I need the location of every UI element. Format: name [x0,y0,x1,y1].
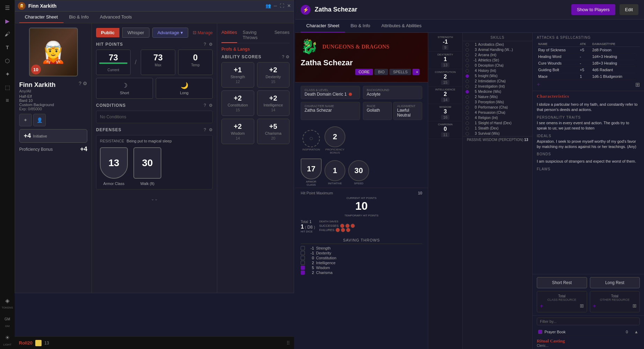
st-dex-checkbox[interactable] [301,251,305,255]
sidebar-icon-tokens[interactable]: ◈ [1,294,14,307]
defenses-help-icon[interactable]: ? [204,127,206,132]
sidebar-icon-shape[interactable]: ⬡ [1,54,14,67]
skill-value: 1 [470,121,477,125]
long-rest-btn[interactable]: 🌙 Long [156,78,213,99]
conditions-help-icon[interactable]: ? [204,103,206,108]
attack-name[interactable]: Cure Wounds [537,60,578,67]
sidebar-icon-light[interactable]: ☀ [1,331,14,344]
expand-more-icon[interactable]: ⌄⌄ [96,194,213,204]
add-class-resource-icon[interactable]: + [540,303,543,309]
advantage-button[interactable]: Advantage ▾ [152,28,188,38]
st-wis-checkbox[interactable] [301,266,305,270]
bio-btn-2[interactable]: 👤 [33,114,46,126]
titlebar-minimize-icon[interactable]: ─ [274,3,277,8]
str-score: 9 [442,45,448,50]
resize-handle[interactable]: ⠿ [286,340,290,346]
titlebar-expand-icon[interactable]: ⛶ [280,3,284,8]
skill-checkbox[interactable] [466,74,469,78]
skill-checkbox[interactable] [466,116,469,120]
tab-abilities[interactable]: Abilities [221,28,237,43]
show-to-players-button[interactable]: Show to Players [571,4,615,15]
skill-checkbox[interactable] [466,90,469,94]
skill-checkbox[interactable] [466,59,469,62]
titlebar-close-icon[interactable]: ✕ [287,3,291,8]
tab-bio-info[interactable]: Bio & Info [64,12,94,23]
st-cha-checkbox[interactable] [301,270,305,275]
add-other-resource-icon[interactable]: + [593,303,596,309]
conditions-gear-icon[interactable]: ⚙ [209,103,213,108]
tab-saving-throws[interactable]: Saving Throws [243,28,269,43]
tab-senses[interactable]: Senses [275,28,290,43]
ability-gear-icon[interactable]: ⚙ [286,54,290,59]
zatha-tab-attributes[interactable]: Attributes & Abilities [376,20,427,32]
skill-checkbox[interactable] [466,69,469,73]
zatha-tab-bio[interactable]: Bio & Info [345,20,376,32]
skill-checkbox[interactable] [466,121,469,125]
short-rest-btn[interactable]: ☽ Short [96,78,153,99]
initiative-value: 1 [333,166,337,175]
item-arrow-icon[interactable]: ▲ [634,329,638,334]
inner-tab-spells[interactable]: SPELLS [389,69,411,75]
attacks-table: NAME ATK DAMAGE/TYPE Ray of Sickness +5 … [537,42,640,80]
ability-help-icon[interactable]: ? [282,54,284,59]
help-icon[interactable]: ? [79,81,81,86]
sidebar-icon-gm[interactable]: GM [1,313,14,325]
skill-checkbox[interactable] [466,48,469,52]
sidebar-icon-text[interactable]: T [1,41,14,54]
inner-tab-bio[interactable]: BIO [374,69,388,75]
add-attack-button[interactable]: + [537,81,540,88]
hp-help-icon[interactable]: ? [204,42,206,47]
titlebar-people-icon[interactable]: 👥 [265,3,271,8]
skill-checkbox[interactable] [466,95,469,99]
other-resource-manage[interactable]: ⊞ [632,303,637,309]
zatha-abilities-column: STRENGTH -1 9 DEXTERITY 1 13 CONSTITUTIO… [428,33,463,349]
whisper-button[interactable]: Whisper [122,28,149,38]
skill-checkbox[interactable] [466,127,469,130]
filter-input[interactable] [537,318,640,325]
attack-name[interactable]: Ray of Sickness [537,47,578,53]
attack-name[interactable]: Guiding Bolt [537,67,578,73]
gear-icon[interactable]: ⚙ [83,81,87,86]
profs-langs-link[interactable]: Profs & Langs [221,47,250,52]
attack-name[interactable]: Healing Word [537,53,578,60]
class-resource-manage[interactable]: ⊞ [580,303,584,309]
prayer-book-checkbox[interactable] [538,330,542,334]
skill-checkbox[interactable] [466,106,469,109]
skill-checkbox[interactable] [466,53,469,57]
st-int-checkbox[interactable] [301,261,305,265]
attacks-manage-icon[interactable]: ⊞ [635,81,640,88]
sidebar-icon-play[interactable]: ▶ [1,15,14,27]
inspiration-circle[interactable]: ○ [302,130,320,147]
public-button[interactable]: Public [96,28,119,37]
skill-checkbox[interactable] [466,43,469,46]
conditions-box: No Conditions [96,111,213,123]
zatha-tab-character-sheet[interactable]: Character Sheet [301,20,345,32]
skill-checkbox[interactable] [466,85,469,88]
sidebar-icon-pin[interactable]: ✦ [1,68,14,80]
skill-checkbox[interactable] [466,64,469,67]
skill-checkbox[interactable] [466,101,469,104]
st-str-checkbox[interactable] [301,246,305,250]
short-rest-button[interactable]: Short Rest [537,277,587,288]
st-con-checkbox[interactable] [301,256,305,260]
long-rest-button[interactable]: Long Rest [590,277,640,288]
success-dots [340,224,355,228]
bio-btn-1[interactable]: ✦ [19,114,32,126]
skill-checkbox[interactable] [466,80,469,83]
sidebar-icon-layers[interactable]: ⬚ [1,81,14,94]
sidebar-icon-menu[interactable]: ☰ [1,1,14,14]
skill-checkbox[interactable] [466,111,469,114]
sidebar-icon-brush[interactable]: 🖌 [1,28,14,40]
defenses-gear-icon[interactable]: ⚙ [209,127,213,132]
inner-tab-extra[interactable]: + [412,69,419,75]
hp-gear-icon[interactable]: ⚙ [209,42,213,47]
tab-advanced-tools[interactable]: Advanced Tools [94,12,138,23]
sidebar-icon-list[interactable]: ≡ [1,94,14,107]
tab-character-sheet[interactable]: Character Sheet [19,12,64,23]
inner-tab-core[interactable]: CORE [355,69,373,75]
skill-checkbox[interactable] [466,132,469,135]
attack-name[interactable]: Mace [537,73,578,80]
edit-button[interactable]: Edit [620,4,638,15]
manage-button[interactable]: ⚄ Manage [193,30,213,35]
hp-header: Hit Point Maximum 10 [301,191,422,195]
